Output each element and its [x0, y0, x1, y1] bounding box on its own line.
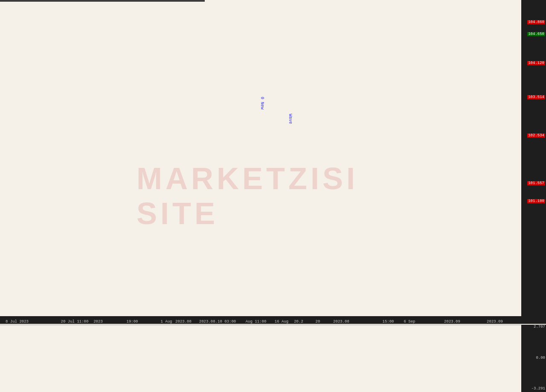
- info-panel: [0, 0, 205, 2]
- price-scale: 104.860 104.650 104.120 103.514 102.534 …: [521, 0, 546, 324]
- chart-container: MARKETZISI SITE 104.860 104.650 104.120 …: [0, 0, 546, 392]
- time-label-13: 15:00: [382, 320, 394, 324]
- ind-price-top: 2.707: [534, 325, 545, 329]
- time-label-14: 6 Sep: [404, 320, 415, 324]
- price-102534: 102.534: [527, 133, 545, 138]
- price-104120: 104.120: [527, 61, 545, 65]
- ind-price-bot: -3.291: [531, 386, 545, 391]
- price-101557: 101.557: [527, 181, 545, 185]
- indicator-panel: [0, 325, 521, 392]
- price-104860: 104.860: [527, 20, 545, 24]
- time-label-5: 1 Aug: [160, 320, 172, 324]
- price-101100: 101.100: [527, 199, 545, 203]
- time-label-12: 2023.08: [333, 320, 349, 324]
- time-label-11: 20: [316, 320, 320, 324]
- annotation-wave: Wave: [288, 114, 293, 124]
- time-label-15: 2023.09: [444, 320, 460, 324]
- price-104650: 104.650: [527, 32, 545, 36]
- main-chart[interactable]: [0, 0, 521, 324]
- time-label-2: 20 Jul 11:00: [61, 320, 89, 324]
- time-scale: 8 Jul 2023 20 Jul 11:00 2023 19:00 1 Aug…: [0, 316, 521, 324]
- time-label-16: 2023.09: [487, 320, 503, 324]
- time-label-8: Aug 11:00: [246, 320, 267, 324]
- indicator-chart: [0, 325, 521, 385]
- time-label-3: 2023: [93, 320, 103, 324]
- price-103514: 103.514: [527, 95, 545, 99]
- time-label-10: 20.2: [294, 320, 303, 324]
- time-label-6: 2023.08: [175, 320, 192, 324]
- ind-price-mid: 0.00: [536, 356, 545, 360]
- indicator-price-scale: 2.707 0.00 -3.291: [521, 325, 546, 392]
- time-label-9: 16 Aug: [275, 320, 288, 324]
- annotation-zero-new: 0 New: [260, 97, 264, 110]
- time-label-4: 19:00: [126, 320, 138, 324]
- time-label-1: 8 Jul 2023: [6, 320, 29, 324]
- time-label-7: 2023.08.10 03:00: [199, 320, 236, 324]
